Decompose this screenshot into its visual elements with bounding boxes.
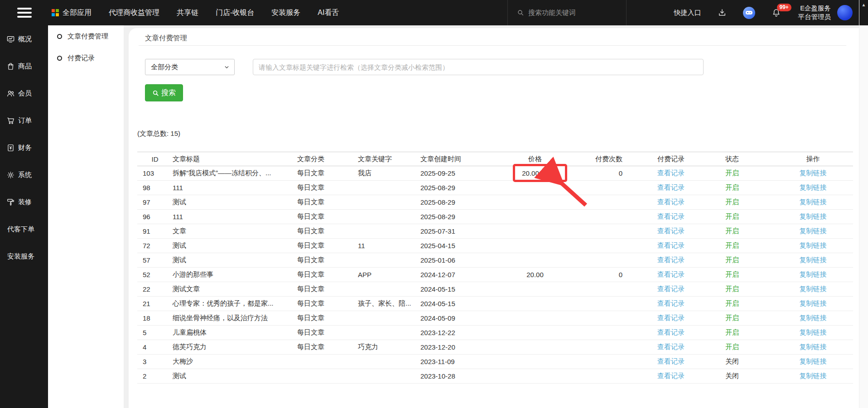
copy-link-action[interactable]: 复制链接 — [800, 328, 827, 336]
sidebar-item-5[interactable]: 财务 — [0, 134, 48, 161]
cell-keyword: 巧克力 — [358, 340, 420, 355]
copy-link-action[interactable]: 复制链接 — [800, 241, 827, 249]
cell-id: 22 — [137, 282, 173, 297]
table-row: 96111每日文章2025-08-29查看记录开启复制链接 — [137, 210, 853, 224]
view-record-link[interactable]: 查看记录 — [657, 270, 685, 278]
cell-status: 开启 — [705, 181, 773, 195]
cell-title: 大梅沙 — [173, 355, 297, 369]
view-record-link[interactable]: 查看记录 — [657, 183, 685, 191]
status-badge: 开启 — [725, 299, 739, 307]
edit-price-icon[interactable] — [542, 170, 548, 177]
sidebar-item-9[interactable]: 安装服务 — [0, 243, 48, 270]
download-icon[interactable] — [718, 8, 727, 17]
search-button[interactable]: 搜索 — [145, 84, 183, 101]
copy-link-action[interactable]: 复制链接 — [800, 227, 827, 235]
cell-title: 小游的那些事 — [173, 268, 297, 282]
sidebar-item-7[interactable]: 装修 — [0, 188, 48, 216]
cell-price — [501, 253, 569, 268]
scrollbar-up-arrow[interactable]: ▲ — [862, 2, 866, 25]
cell-category: 每日文章 — [297, 239, 358, 253]
cell-created: 2023-12-22 — [420, 326, 501, 340]
view-record-link[interactable]: 查看记录 — [657, 299, 685, 307]
cell-id: 18 — [137, 311, 173, 326]
sidebar-item-3[interactable]: 会员 — [0, 80, 48, 107]
nav-item-all-apps[interactable]: 全部应用 — [52, 8, 92, 18]
account-info[interactable]: E企盈服务 平台管理员 — [798, 4, 831, 21]
cell-title: 测试 — [173, 253, 297, 268]
cell-status: 开启 — [705, 253, 773, 268]
nav-item-4[interactable]: 安装服务 — [271, 8, 300, 18]
nav-item-1[interactable]: 代理商收益管理 — [109, 8, 159, 18]
submenu-item-2[interactable]: 付费记录 — [48, 47, 124, 69]
cell-action: 复制链接 — [773, 224, 853, 239]
cell-id: 5 — [137, 326, 173, 340]
scrollbar[interactable]: ▲ — [859, 0, 868, 408]
finance-icon — [6, 144, 15, 152]
view-record-link[interactable]: 查看记录 — [657, 285, 685, 293]
view-record-link[interactable]: 查看记录 — [657, 256, 685, 264]
circle-icon — [57, 56, 62, 61]
sidebar-item-label: 财务 — [18, 144, 32, 152]
copy-link-action[interactable]: 复制链接 — [800, 183, 827, 191]
cell-category — [297, 355, 358, 369]
copy-link-action[interactable]: 复制链接 — [800, 198, 827, 206]
view-record-link[interactable]: 查看记录 — [657, 343, 685, 350]
view-record-link[interactable]: 查看记录 — [657, 198, 685, 206]
copy-link-action[interactable]: 复制链接 — [800, 314, 827, 322]
copy-link-action[interactable]: 复制链接 — [800, 212, 827, 220]
table-row: 5儿童扁桃体每日文章2023-12-22查看记录开启复制链接 — [137, 326, 853, 340]
view-record-link[interactable]: 查看记录 — [657, 227, 685, 235]
cell-category: 每日文章 — [297, 224, 358, 239]
orders-icon — [6, 116, 15, 125]
status-badge: 开启 — [725, 241, 739, 249]
category-select[interactable]: 全部分类 — [145, 59, 235, 75]
view-record-link[interactable]: 查看记录 — [657, 372, 685, 379]
sidebar-item-6[interactable]: 系统 — [0, 161, 48, 188]
view-record-link[interactable]: 查看记录 — [657, 241, 685, 249]
avatar[interactable] — [837, 5, 853, 20]
table-row: 57测试每日文章2025-01-06查看记录开启复制链接 — [137, 253, 853, 268]
ai-assistant-icon[interactable] — [743, 7, 755, 19]
cell-action: 复制链接 — [773, 326, 853, 340]
sidebar-item-1[interactable]: 概况 — [0, 25, 48, 53]
view-record-link[interactable]: 查看记录 — [657, 169, 685, 177]
cell-status: 开启 — [705, 282, 773, 297]
top-navigation: 全部应用 代理商收益管理共享链门店-收银台安装服务AI看舌 — [52, 8, 339, 18]
quick-entry-link[interactable]: 快捷入口 — [674, 9, 701, 17]
nav-item-3[interactable]: 门店-收银台 — [216, 8, 254, 18]
copy-link-action[interactable]: 复制链接 — [800, 169, 827, 177]
nav-item-2[interactable]: 共享链 — [177, 8, 198, 18]
cell-keyword — [358, 326, 420, 340]
cell-category: 每日文章 — [297, 326, 358, 340]
cell-action: 复制链接 — [773, 340, 853, 355]
copy-link-action[interactable]: 复制链接 — [800, 357, 827, 365]
cell-pay-count — [569, 210, 637, 224]
copy-link-action[interactable]: 复制链接 — [800, 285, 827, 293]
view-record-link[interactable]: 查看记录 — [657, 314, 685, 322]
topbar: 全部应用 代理商收益管理共享链门店-收银台安装服务AI看舌 搜索功能关键词 快捷… — [0, 0, 859, 25]
nav-item-5[interactable]: AI看舌 — [318, 8, 339, 18]
cell-keyword — [358, 210, 420, 224]
copy-link-action[interactable]: 复制链接 — [800, 343, 827, 350]
view-record-link[interactable]: 查看记录 — [657, 212, 685, 220]
copy-link-action[interactable]: 复制链接 — [800, 299, 827, 307]
view-record-link[interactable]: 查看记录 — [657, 328, 685, 336]
status-badge: 开启 — [725, 328, 739, 336]
submenu-item-label: 文章付费管理 — [68, 32, 108, 41]
keyword-input[interactable] — [253, 59, 704, 75]
sidebar-item-4[interactable]: 订单 — [0, 107, 48, 134]
submenu-item-1[interactable]: 文章付费管理 — [48, 25, 124, 47]
copy-link-action[interactable]: 复制链接 — [800, 372, 827, 379]
copy-link-action[interactable]: 复制链接 — [800, 270, 827, 278]
sidebar-item-label: 装修 — [18, 198, 32, 206]
cell-action: 复制链接 — [773, 239, 853, 253]
copy-link-action[interactable]: 复制链接 — [800, 256, 827, 264]
sidebar-item-8[interactable]: 代客下单 — [0, 216, 48, 243]
hamburger-menu-icon[interactable] — [17, 5, 32, 20]
scrollbar-top: ▲ — [859, 0, 868, 25]
sidebar-item-2[interactable]: 商品 — [0, 53, 48, 80]
view-record-link[interactable]: 查看记录 — [657, 357, 685, 365]
notifications-button[interactable]: 99+ — [772, 8, 781, 18]
topbar-search[interactable]: 搜索功能关键词 — [507, 0, 627, 25]
cell-category: 每日文章 — [297, 297, 358, 311]
